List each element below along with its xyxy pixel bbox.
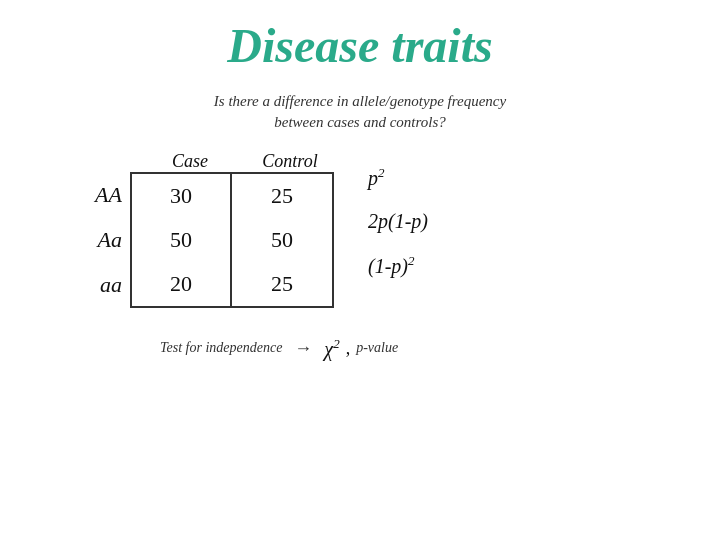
p-value-label: p-value	[356, 340, 398, 356]
cell-aa-hom-case: 20	[132, 262, 232, 306]
col-header-control: Control	[240, 151, 340, 172]
row-border-aa: 30 25	[130, 172, 334, 218]
test-label: Test for independence	[160, 340, 282, 356]
cell-aa-case: 30	[132, 174, 232, 218]
data-table: AA 30 25 Aa 50 50 aa 20 25	[80, 172, 340, 308]
subtitle: Is there a difference in allele/genotype…	[0, 91, 720, 133]
formula-1-p2: (1-p)2	[368, 243, 428, 287]
main-content: Case Control AA 30 25 Aa 50 50	[0, 151, 720, 308]
col-header-case: Case	[140, 151, 240, 172]
formula-p2-text: p2	[368, 165, 385, 190]
comma: ,	[346, 338, 351, 359]
formula-2p: 2p(1-p)	[368, 199, 428, 243]
row-border-aa-hom: 20 25	[130, 262, 334, 308]
row-label-aa-het: Aa	[80, 227, 130, 253]
cell-aa-het-control: 50	[232, 218, 332, 262]
row-label-aa-hom: aa	[80, 272, 130, 298]
formula-2p-text: 2p(1-p)	[368, 210, 428, 233]
table-row: aa 20 25	[80, 262, 340, 308]
table-row: Aa 50 50	[80, 218, 340, 262]
col-headers: Case Control	[140, 151, 340, 172]
chi-square: χ2	[324, 336, 339, 361]
formula-p2: p2	[368, 155, 428, 199]
cell-aa-control: 25	[232, 174, 332, 218]
arrow: →	[294, 338, 312, 359]
row-border-aa-het: 50 50	[130, 218, 334, 262]
formulas-section: p2 2p(1-p) (1-p)2	[368, 151, 428, 287]
cell-aa-het-case: 50	[132, 218, 232, 262]
row-label-aa: AA	[80, 182, 130, 208]
table-section: Case Control AA 30 25 Aa 50 50	[80, 151, 340, 308]
page-title: Disease traits	[0, 0, 720, 73]
subtitle-line2: between cases and controls?	[274, 114, 446, 130]
table-row: AA 30 25	[80, 172, 340, 218]
subtitle-line1: Is there a difference in allele/genotype…	[214, 93, 506, 109]
bottom-section: Test for independence → χ2 , p-value	[0, 336, 720, 361]
cell-aa-hom-control: 25	[232, 262, 332, 306]
formula-1-p2-text: (1-p)2	[368, 253, 415, 278]
